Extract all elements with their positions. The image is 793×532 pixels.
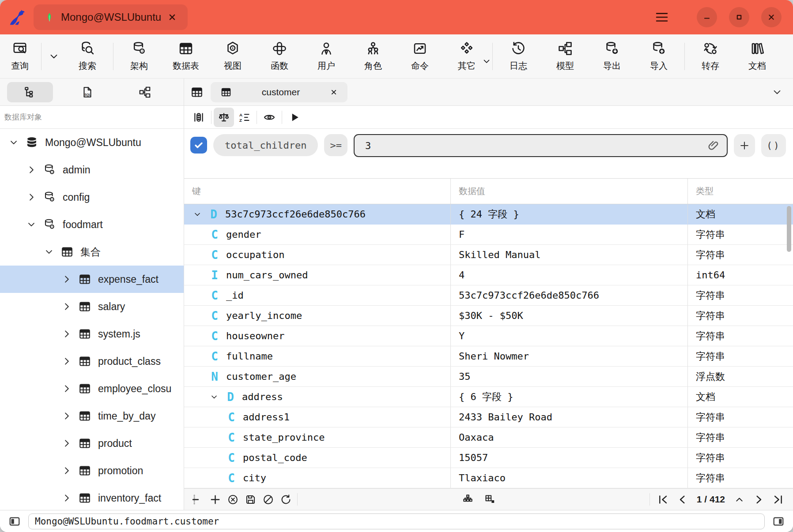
- plus-button[interactable]: [206, 491, 224, 508]
- toolbar-tables-button[interactable]: 数据表: [162, 37, 209, 76]
- chev-right-icon[interactable]: [61, 273, 72, 285]
- tab-customer[interactable]: customer: [211, 82, 347, 102]
- grid-row-address1[interactable]: Caddress12433 Bailey Road字符串: [184, 407, 793, 427]
- connection-tab[interactable]: Mongo@WSLUbuntu: [34, 4, 188, 30]
- sidebar-mode-sql-button[interactable]: [64, 82, 110, 102]
- toolbar-models-button[interactable]: 模型: [542, 37, 589, 76]
- sidebar-item-employee-closu[interactable]: employee_closu: [0, 375, 184, 402]
- apply-filter-button[interactable]: [284, 108, 305, 127]
- toolbar-search-button[interactable]: 搜索: [64, 37, 111, 76]
- value-cell[interactable]: 35: [450, 367, 687, 386]
- value-cell[interactable]: Skilled Manual: [450, 245, 687, 265]
- sort-button[interactable]: [234, 108, 254, 127]
- toolbar-schema-button[interactable]: 架构: [116, 37, 162, 76]
- filter-enabled-checkbox[interactable]: [190, 137, 207, 154]
- value-cell[interactable]: F: [450, 225, 687, 244]
- maximize-button[interactable]: [729, 7, 749, 27]
- grid-row-address[interactable]: Daddress{ 6 字段 }文档: [184, 387, 793, 407]
- chev-right-icon[interactable]: [61, 492, 72, 504]
- toolbar-query-dropdown-button[interactable]: [44, 37, 64, 76]
- column-header-value[interactable]: 数据值: [450, 179, 687, 204]
- sidebar-item-集合[interactable]: 集合: [0, 238, 184, 266]
- chev-right-icon[interactable]: [61, 356, 72, 367]
- value-cell[interactable]: Sheri Nowmer: [450, 346, 687, 366]
- toolbar-export-button[interactable]: 导出: [589, 37, 635, 76]
- grid-row-customer-age[interactable]: Ncustomer_age35浮点数: [184, 367, 793, 387]
- toolbar-query-button[interactable]: 查询: [1, 37, 39, 76]
- objects-tab-button[interactable]: [190, 86, 204, 99]
- collapse-button[interactable]: [189, 491, 206, 508]
- grid-row-53c7c973ccf26e6de850c766[interactable]: D53c7c973ccf26e6de850c766{ 24 字段 }文档: [184, 204, 793, 225]
- value-cell[interactable]: Y: [450, 326, 687, 346]
- chev-down-icon[interactable]: [8, 137, 19, 148]
- refresh-button[interactable]: [277, 491, 295, 508]
- org-tree-button[interactable]: [459, 491, 476, 508]
- page-jump-button[interactable]: [730, 491, 748, 508]
- toolbar-docs-button[interactable]: 文档: [734, 37, 781, 76]
- toolbar-users-button[interactable]: 用户: [303, 37, 350, 76]
- filter-balance-button[interactable]: [214, 108, 234, 127]
- grid-row-gender[interactable]: CgenderF字符串: [184, 225, 793, 245]
- close-tab-icon[interactable]: [167, 12, 177, 22]
- sidebar-item-foodmart[interactable]: foodmart: [0, 211, 184, 238]
- grid-row-postal-code[interactable]: Cpostal_code15057字符串: [184, 448, 793, 468]
- sidebar-item-product-class[interactable]: product_class: [0, 348, 184, 375]
- filter-field-pill[interactable]: total_children: [213, 134, 318, 156]
- sidebar-item-inventory-fact[interactable]: inventory_fact: [0, 484, 184, 510]
- value-cell[interactable]: 4: [450, 265, 687, 285]
- slash-button[interactable]: [259, 491, 277, 508]
- previous-page-button[interactable]: [674, 491, 691, 508]
- grid-row-houseowner[interactable]: ChouseownerY字符串: [184, 326, 793, 346]
- sidebar-item-product[interactable]: product: [0, 430, 184, 457]
- close-window-button[interactable]: [761, 7, 782, 27]
- chev-down-icon[interactable]: [26, 219, 37, 230]
- chev-right-icon[interactable]: [61, 438, 72, 449]
- sidebar-item-salary[interactable]: salary: [0, 293, 184, 320]
- value-cell[interactable]: 2433 Bailey Road: [450, 407, 687, 427]
- grid-row-city[interactable]: CcityTlaxiaco字符串: [184, 468, 793, 488]
- value-cell[interactable]: { 24 字段 }: [450, 204, 687, 224]
- chev-down-icon[interactable]: [209, 392, 219, 402]
- sidebar-item-mongo-wslubuntu[interactable]: Mongo@WSLUbuntu: [0, 129, 184, 156]
- chev-right-icon[interactable]: [61, 301, 72, 312]
- sidebar-item-expense-fact[interactable]: expense_fact: [0, 266, 184, 293]
- sidebar-item-admin[interactable]: admin: [0, 156, 184, 184]
- toolbar-logs-button[interactable]: 日志: [495, 37, 542, 76]
- toggle-right-pane-button[interactable]: [771, 514, 786, 529]
- page-indicator[interactable]: 1 / 412: [697, 494, 725, 505]
- value-cell[interactable]: $30K - $50K: [450, 306, 687, 326]
- value-cell[interactable]: 53c7c973ccf26e6de850c766: [450, 285, 687, 305]
- toolbar-import-button[interactable]: 导入: [635, 37, 682, 76]
- column-header-type[interactable]: 类型: [687, 179, 793, 204]
- save-button[interactable]: [242, 491, 259, 508]
- toggle-left-pane-button[interactable]: [7, 514, 22, 529]
- grid-row-occupation[interactable]: CoccupationSkilled Manual字符串: [184, 245, 793, 265]
- grid-row-id[interactable]: C_id53c7c973ccf26e6de850c766字符串: [184, 285, 793, 306]
- chev-right-icon[interactable]: [61, 328, 72, 340]
- column-header-key[interactable]: 键: [184, 179, 450, 204]
- grid-row-fullname[interactable]: CfullnameSheri Nowmer字符串: [184, 346, 793, 367]
- grid-row-state-province[interactable]: Cstate_provinceOaxaca字符串: [184, 427, 793, 448]
- vertical-scrollbar[interactable]: [787, 206, 791, 252]
- toolbar-roles-button[interactable]: 角色: [350, 37, 396, 76]
- filter-value-input[interactable]: 3: [354, 134, 728, 157]
- value-cell[interactable]: Tlaxiaco: [450, 468, 687, 488]
- sidebar-item-promotion[interactable]: promotion: [0, 457, 184, 484]
- toolbar-dump-button[interactable]: 转存: [687, 37, 734, 76]
- value-cell[interactable]: Oaxaca: [450, 427, 687, 447]
- preview-button[interactable]: [259, 108, 279, 127]
- paperclip-icon[interactable]: [707, 139, 720, 152]
- close-tab-icon[interactable]: [330, 88, 338, 96]
- group-filter-button[interactable]: (): [761, 134, 786, 157]
- toolbar-commands-button[interactable]: 命令: [396, 37, 443, 76]
- next-page-button[interactable]: [750, 491, 767, 508]
- circle-x-button[interactable]: [224, 491, 242, 508]
- minimize-button[interactable]: [697, 7, 717, 27]
- toolbar-other-button[interactable]: 其它: [443, 37, 490, 76]
- sidebar-item-time-by-day[interactable]: time_by_day: [0, 402, 184, 430]
- chev-right-icon[interactable]: [26, 164, 37, 176]
- chev-down-icon[interactable]: [43, 246, 55, 258]
- column-view-button[interactable]: [189, 108, 209, 127]
- menu-hamburger-icon[interactable]: [654, 9, 670, 25]
- grid-plus-button[interactable]: [481, 491, 498, 508]
